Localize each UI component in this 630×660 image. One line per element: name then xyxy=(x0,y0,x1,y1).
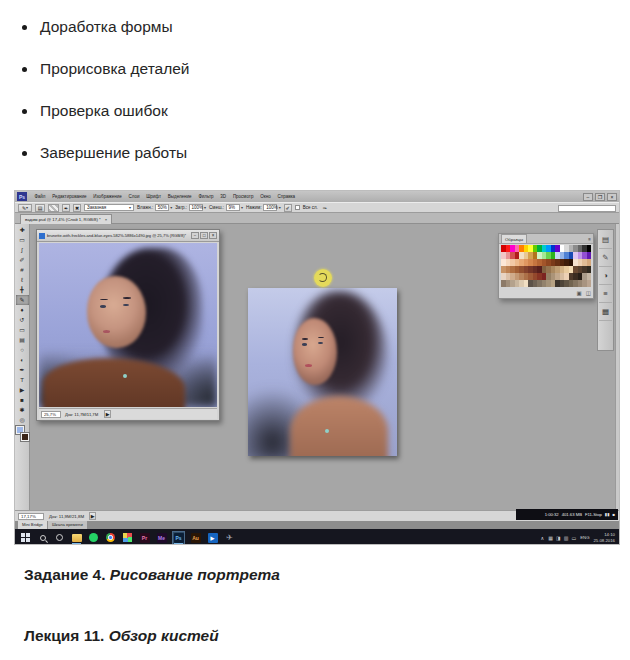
load-brush-icon[interactable]: ✒ xyxy=(62,204,70,212)
menu-выделение[interactable]: Выделение xyxy=(164,194,195,199)
zoom-field[interactable]: 17,17% xyxy=(18,513,44,520)
tray-status-icon[interactable]: ▦ xyxy=(548,535,553,541)
search-button[interactable] xyxy=(37,532,48,544)
type-tool-icon[interactable]: T xyxy=(16,375,29,385)
ref-zoom-field[interactable]: 25,7% xyxy=(41,411,61,418)
airbrush-toggle-icon[interactable]: ✐ xyxy=(284,204,292,212)
language-indicator[interactable]: ENG xyxy=(580,535,589,540)
sample-all-layers-checkbox[interactable] xyxy=(295,205,300,210)
mixer-preset-dropdown[interactable]: Заказная▾ xyxy=(84,204,134,211)
media-encoder-icon[interactable]: Me xyxy=(156,532,167,544)
option-field-value[interactable]: 100% xyxy=(189,204,203,211)
eyedropper-tool-icon[interactable]: ℓ xyxy=(16,275,29,285)
adjustments-panel-icon[interactable]: ≡ xyxy=(599,285,612,303)
option-field-caret-icon[interactable]: ▾ xyxy=(204,205,206,210)
start-button[interactable] xyxy=(20,532,31,544)
menu-просмотр[interactable]: Просмотр xyxy=(229,194,256,199)
color-swatch[interactable] xyxy=(587,252,592,259)
history-brush-tool-icon[interactable]: ↺ xyxy=(16,315,29,325)
clock[interactable]: 14:10 25.08.2016 xyxy=(593,532,615,543)
reference-image-window[interactable]: brunette-with-freckles-and-blue-eyes-582… xyxy=(36,229,220,421)
task-view-button[interactable] xyxy=(54,532,65,544)
crop-tool-icon[interactable]: # xyxy=(16,265,29,275)
menu-редактирование[interactable]: Редактирование xyxy=(49,194,90,199)
file-explorer-icon[interactable] xyxy=(71,532,82,544)
menu-справка[interactable]: Справка xyxy=(274,194,298,199)
ref-minimize-button[interactable]: − xyxy=(191,232,199,239)
option-field-caret-icon[interactable]: ▾ xyxy=(170,205,172,210)
tray-status-icon[interactable]: ▭ xyxy=(571,535,576,541)
recorder-stop-icon[interactable]: ■ xyxy=(612,512,615,517)
current-load-swatch[interactable] xyxy=(48,204,59,212)
dodge-tool-icon[interactable]: ◐ xyxy=(16,355,29,365)
document-tab-close-icon[interactable]: × xyxy=(105,217,108,222)
marquee-tool-icon[interactable]: ▭ xyxy=(16,235,29,245)
option-field-caret-icon[interactable]: ▾ xyxy=(241,205,243,210)
menu-3d[interactable]: 3D xyxy=(217,194,230,199)
background-color-chip[interactable] xyxy=(21,433,29,441)
hand-tool-icon[interactable]: ✱ xyxy=(16,405,29,415)
menu-слои[interactable]: Слои xyxy=(125,194,143,199)
timeline-tab[interactable]: Шкала времени xyxy=(48,521,87,529)
clean-brush-icon[interactable]: ✖ xyxy=(73,204,81,212)
audition-icon[interactable]: Au xyxy=(190,532,201,544)
workspace-field[interactable] xyxy=(558,205,616,212)
swatches-tab[interactable]: Образцы xyxy=(501,234,527,243)
color-swatch[interactable] xyxy=(587,245,592,252)
reference-photo[interactable] xyxy=(39,243,217,407)
restore-button[interactable]: ❐ xyxy=(595,193,605,201)
healing-brush-tool-icon[interactable]: ╋ xyxy=(16,285,29,295)
clone-stamp-tool-icon[interactable]: ♦ xyxy=(16,305,29,315)
delete-swatch-icon[interactable]: ◫ xyxy=(586,290,591,296)
brush-presets-panel-icon[interactable]: ▤ xyxy=(599,231,612,249)
painting-canvas[interactable] xyxy=(248,288,397,456)
color-swatch[interactable] xyxy=(587,280,592,287)
option-field-value[interactable]: 50% xyxy=(155,204,169,211)
tray-status-icon[interactable]: ▥ xyxy=(564,535,569,541)
new-swatch-icon[interactable]: ▣ xyxy=(577,290,582,296)
send-app-icon[interactable]: ✈ xyxy=(224,532,235,544)
brush-tool-icon[interactable]: ✎ xyxy=(16,295,29,305)
quick-select-tool-icon[interactable]: ✐ xyxy=(16,255,29,265)
menu-фильтр[interactable]: Фильтр xyxy=(195,194,217,199)
status-arrow-icon[interactable]: ▶ xyxy=(89,512,96,520)
pressure-toggle-icon[interactable]: ✑ xyxy=(321,204,329,212)
layers-panel-icon[interactable]: ▦ xyxy=(599,303,612,321)
menu-файл[interactable]: Файл xyxy=(31,194,49,199)
chrome-icon[interactable] xyxy=(105,532,116,544)
shape-tool-icon[interactable]: ■ xyxy=(16,395,29,405)
clone-source-panel-icon[interactable]: ◑ xyxy=(599,267,612,285)
menu-шрифт[interactable]: Шрифт xyxy=(143,194,165,199)
brush-panel-icon[interactable]: ✎ xyxy=(599,249,612,267)
recorder-pause-icon[interactable]: ▮▮ xyxy=(605,512,610,517)
brush-panel-toggle-icon[interactable]: ▤ xyxy=(35,204,45,212)
option-field-caret-icon[interactable]: ▾ xyxy=(279,205,281,210)
tray-status-icon[interactable]: ◨ xyxy=(556,535,561,541)
gradient-tool-icon[interactable]: ▤ xyxy=(16,335,29,345)
color-swatch[interactable] xyxy=(587,266,592,273)
photoshop-icon[interactable]: Ps xyxy=(173,532,184,544)
move-tool-icon[interactable]: ✚ xyxy=(16,225,29,235)
panel-menu-icon[interactable]: ≡ xyxy=(588,237,593,243)
close-button[interactable]: × xyxy=(607,193,617,201)
reference-window-titlebar[interactable]: brunette-with-freckles-and-blue-eyes-582… xyxy=(37,230,219,242)
path-select-tool-icon[interactable]: ▶ xyxy=(16,385,29,395)
ref-status-arrow-icon[interactable]: ▶ xyxy=(104,410,111,418)
media-player-icon[interactable]: ▶ xyxy=(207,532,218,544)
blur-tool-icon[interactable]: ○ xyxy=(16,345,29,355)
color-swatch[interactable] xyxy=(587,273,592,280)
mini-bridge-tab[interactable]: Mini Bridge xyxy=(18,521,47,529)
lasso-tool-icon[interactable]: ʃ xyxy=(16,245,29,255)
eraser-tool-icon[interactable]: ▭ xyxy=(16,325,29,335)
ref-close-button[interactable]: × xyxy=(209,232,217,239)
option-field-value[interactable]: 9% xyxy=(226,204,240,211)
color-swatch[interactable] xyxy=(587,259,592,266)
colorful-app-icon[interactable] xyxy=(122,532,133,544)
menu-окно[interactable]: Окно xyxy=(257,194,274,199)
whatsapp-icon[interactable] xyxy=(88,532,99,544)
ref-restore-button[interactable]: □ xyxy=(200,232,208,239)
premiere-icon[interactable]: Pr xyxy=(139,532,150,544)
tray-chevron-icon[interactable]: ∧ xyxy=(541,535,545,541)
menu-изображение[interactable]: Изображение xyxy=(90,194,125,199)
zoom-tool-icon[interactable]: ◎ xyxy=(16,415,29,425)
